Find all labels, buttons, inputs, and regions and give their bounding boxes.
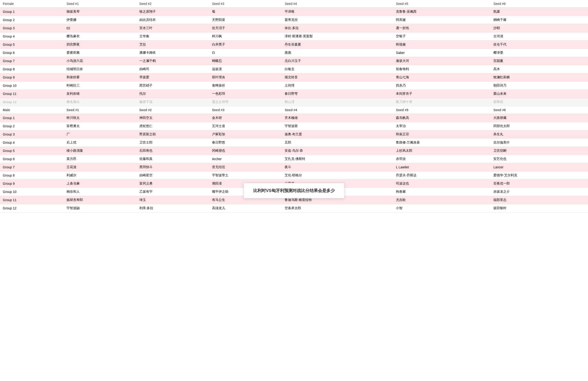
seed3-cell: 金木研 — [209, 114, 282, 122]
seed3-cell: 春日野悠 — [209, 138, 282, 147]
group-label: Group 12 — [0, 204, 64, 212]
seed1-cell: 立花泷 — [64, 163, 136, 171]
table-row: Group 2富樫勇太虎杖悠仁五河士道宇智波斑太宰治冈部伦太郎 — [0, 122, 588, 130]
table-row: Group 10桐谷和人乙坂有宇嘴平伊之助百夜米迦尔狗卷棘赤坂龙之介 — [0, 188, 588, 196]
seed5-cell: 青山七海 — [393, 73, 491, 82]
seed5-cell: 初春饰利 — [393, 65, 491, 73]
col-seed2-male: Seed #2 — [137, 106, 209, 114]
seed5-cell: Saber — [393, 49, 491, 57]
seed2-cell: 艾拉 — [137, 41, 209, 49]
group-label: Group 1 — [0, 114, 64, 122]
seed1-cell: 绫小路清隆 — [64, 147, 136, 155]
group-label: Group 11 — [0, 90, 64, 98]
seed4-cell: 平泽唯 — [282, 8, 393, 16]
seed2-cell: 富冈义勇 — [137, 179, 209, 188]
seed4-cell: 堀北铃音 — [282, 73, 393, 82]
seed2-cell: 野原新之助 — [137, 130, 209, 138]
seed2-cell: 石田将也 — [137, 147, 209, 155]
seed6-cell: 古河渚 — [491, 32, 588, 41]
seed4-cell: 空条承太郎 — [282, 204, 393, 212]
group-label: Group 10 — [0, 188, 64, 196]
seed2-cell: 由比滨结衣 — [137, 16, 209, 24]
group-label: Group 5 — [0, 147, 64, 155]
table-row: Group 2伊蕾娜由比滨结衣天野阳菜茵蒂克丝阿库娅桐崎千棘 — [0, 16, 588, 24]
seed2-cell: 托尔 — [137, 90, 209, 98]
seed6-cell: 朝田诗乃 — [491, 82, 588, 90]
seed6-cell: 吉尔伽美什 — [491, 138, 588, 147]
seed1-cell: 爱蜜莉雅 — [64, 49, 136, 57]
col-seed4-male: Seed #4 — [282, 106, 393, 114]
col-seed6-male: Seed #6 — [491, 106, 588, 114]
seed4-cell: 伏黑惠 — [282, 179, 393, 188]
group-label: Group 6 — [0, 49, 64, 57]
seed1-cell: 时崎狂三 — [64, 82, 136, 90]
table-row: Group 8利威尔由崎星空宇智波带土艾伦·耶格尔乔瑟夫·乔斯达爱德华·艾尔利克 — [0, 171, 588, 179]
group-label: Group 6 — [0, 155, 64, 163]
group-label: Group 2 — [0, 122, 64, 130]
seed3-cell: 户冢彩加 — [209, 130, 282, 138]
seed4-cell: 春日野穹 — [282, 90, 393, 98]
seed5-cell: 小智 — [393, 204, 491, 212]
table-row: Group 9和泉纱雾早坂爱双叶理央堀北铃音青山七海牧濑红莉栖 — [0, 73, 588, 82]
seed5-cell: 尤吉欧 — [393, 196, 491, 204]
group-label: Group 10 — [0, 82, 64, 90]
seed2-cell: 黑羽快斗 — [137, 163, 209, 171]
seed1-cell: 富樫勇太 — [64, 122, 136, 130]
table-row: Group 12椎名真白藤原千花霞之丘诗羽秋山澪夜刀神十香碧翠丝 — [0, 98, 588, 106]
col-seed4-female: Seed #4 — [282, 0, 393, 8]
seed2-cell: 宫水三叶 — [137, 24, 209, 32]
seed5-cell: 克鲁鲁·采佩西 — [393, 8, 491, 16]
table-row: Group 7立花泷黑羽快斗音无结弦夜斗L LawlietLancer — [0, 163, 588, 171]
table-row: Group 1御坂美琴牧之原翔子莓平泽唯克鲁鲁·采佩西凯露 — [0, 8, 588, 16]
seed3-cell: 高须龙儿 — [209, 204, 282, 212]
table-row: Group 1梓川咲太神田空太金木研齐木楠雄森岛帆高大路饼藏 — [0, 114, 588, 122]
seed2-cell: 康娜卡姆依 — [137, 49, 209, 57]
seed1-cell: 和泉纱雾 — [64, 73, 136, 82]
seed1-cell: 石上优 — [64, 138, 136, 147]
col-female-label: Female — [0, 0, 64, 8]
table-row: Group 11炼狱杏寿郎埼玉有马公生鲁迪乌斯·格雷拉特尤吉欧福部里志 — [0, 196, 588, 204]
seed1-cell: 樱岛麻衣 — [64, 32, 136, 41]
seed3-cell: 潮田渚 — [209, 179, 282, 188]
group-label: Group 4 — [0, 32, 64, 41]
seed4-cell: 艾扎克·佛斯特 — [282, 155, 393, 163]
seed2-cell: 神田空太 — [137, 114, 209, 122]
seed1-cell: 桐谷和人 — [64, 188, 136, 196]
seed6-cell: 凯露 — [491, 8, 588, 16]
seed5-cell: 太宰治 — [393, 122, 491, 130]
seed1-cell: 四宫辉夜 — [64, 41, 136, 49]
group-label: Group 2 — [0, 16, 64, 24]
seed5-cell: 森岛帆高 — [393, 114, 491, 122]
main-table: Female Seed #1 Seed #2 Seed #3 Seed #4 S… — [0, 0, 588, 212]
seed3-cell: 一色彩羽 — [209, 90, 282, 98]
seed6-cell: 宫园薰 — [491, 57, 588, 65]
seed5-cell: 本间芽衣子 — [393, 90, 491, 98]
group-label: Group 9 — [0, 179, 64, 188]
male-section: Male Seed #1 Seed #2 Seed #3 Seed #4 See… — [0, 106, 588, 114]
seed5-cell: L Lawliet — [393, 163, 491, 171]
group-label: Group 3 — [0, 130, 64, 138]
seed3-cell: 音无结弦 — [209, 163, 282, 171]
seed1-cell: 小鸟游六花 — [64, 57, 136, 65]
seed6-cell: 爱德华·艾尔利克 — [491, 171, 588, 179]
seed5-cell: 阿库娅 — [393, 16, 491, 24]
group-label: Group 7 — [0, 163, 64, 171]
seed6-cell: Lancer — [491, 163, 588, 171]
group-label: Group 8 — [0, 171, 64, 179]
seed6-cell: 卫宫切嗣 — [491, 147, 588, 155]
seed1-cell: 广 — [64, 130, 136, 138]
seed5-cell: 和泉正宗 — [393, 130, 491, 138]
group-label: Group 1 — [0, 8, 64, 16]
seed6-cell: 百夜优一郎 — [491, 179, 588, 188]
seed6-cell: 碧翠丝 — [491, 98, 588, 106]
col-seed3-female: Seed #3 — [209, 0, 282, 8]
seed1-cell: 结城明日奈 — [64, 65, 136, 73]
seed4-cell: 艾伦·耶格尔 — [282, 171, 393, 179]
seed2-cell: 早坂爱 — [137, 73, 209, 82]
seed1-cell: 伊蕾娜 — [64, 16, 136, 24]
seed4-cell: 夜斗 — [282, 163, 393, 171]
seed3-cell: 冈崎朋也 — [209, 147, 282, 155]
seed2-cell: 埼玉 — [137, 196, 209, 204]
table-row: Group 302宫水三叶佐天泪子休比·多拉鸢一折纸沙耶 — [0, 24, 588, 32]
seed4-cell: 茵蒂克丝 — [282, 16, 393, 24]
